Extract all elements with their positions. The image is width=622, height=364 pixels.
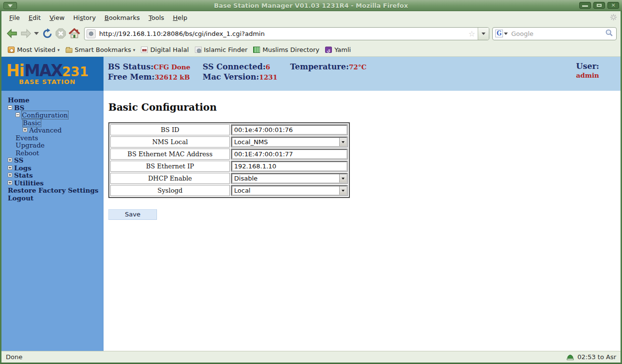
user-value: admin [576, 71, 599, 80]
menu-file[interactable]: File [5, 12, 24, 23]
bs-ethernet-ip-input[interactable] [231, 161, 347, 171]
menu-history[interactable]: History [69, 12, 100, 23]
dhcp-enable-label: DHCP Enable [110, 173, 230, 184]
bs-status-label: BS Status: [108, 62, 154, 71]
menu-view[interactable]: View [45, 12, 69, 23]
tree-collapse-icon[interactable] [16, 113, 20, 117]
window-menu-button[interactable] [3, 2, 17, 9]
free-mem-value: 32612 kB [155, 73, 190, 81]
sidebar-item-advanced[interactable]: Advanced [1, 127, 103, 134]
menu-help[interactable]: Help [169, 12, 192, 23]
sidebar-item-events[interactable]: Events [1, 134, 103, 142]
sidebar-item-reboot[interactable]: Reboot [1, 149, 103, 157]
folder-icon [66, 48, 72, 53]
search-engine-dropdown[interactable] [503, 28, 509, 40]
throbber-icon [610, 14, 617, 22]
menu-edit[interactable]: Edit [24, 12, 45, 23]
bs-id-input[interactable] [231, 125, 347, 135]
forward-button[interactable] [19, 27, 33, 40]
dropdown-arrow-button[interactable] [339, 186, 346, 195]
url-dropdown-button[interactable] [478, 28, 489, 40]
sidebar-item-basic[interactable]: Basic [1, 119, 103, 127]
home-icon [69, 28, 80, 39]
sidebar-item-ss[interactable]: SS [1, 157, 103, 165]
sidebar-item-utilities[interactable]: Utilities [1, 180, 103, 187]
dropdown-arrow-button[interactable] [339, 138, 346, 146]
main-content: Basic Configuration BS ID NMS Local Loca… [104, 91, 621, 351]
prayer-time-panel[interactable]: 02:53 to Asr [566, 353, 616, 361]
sidebar-item-home[interactable]: Home [1, 97, 103, 104]
reload-button[interactable] [40, 27, 54, 40]
sidebar-item-bs[interactable]: BS [1, 104, 103, 112]
maximize-button[interactable] [593, 2, 605, 9]
sidebar-item-configuration[interactable]: Configuration [1, 112, 103, 119]
sidebar-item-upgrade[interactable]: Upgrade [1, 142, 103, 149]
chevron-down-icon: ▾ [133, 48, 136, 52]
bookmark-smart-bookmarks[interactable]: Smart Bookmarks ▾ [64, 45, 139, 55]
sidebar-item-restore-factory-settings[interactable]: Restore Factory Settings [1, 187, 103, 195]
bookmark-yamli[interactable]: ي Yamli [323, 45, 355, 55]
most-visited-icon [8, 47, 15, 53]
sidebar-item-logs[interactable]: Logs [1, 165, 103, 172]
menu-tools[interactable]: Tools [144, 12, 169, 23]
bookmark-most-visited[interactable]: Most Visited ▾ [6, 45, 64, 55]
tree-expand-icon[interactable] [8, 181, 12, 185]
nms-local-label: NMS Local [110, 136, 230, 148]
tree-expand-icon[interactable] [8, 158, 12, 162]
chevron-down-icon [342, 190, 345, 192]
page-title: Basic Configuration [108, 101, 621, 113]
url-bar: ☆ [84, 27, 489, 40]
bs-ethernet-mac-label: BS Ethernet MAC Address [110, 149, 230, 160]
nms-local-select[interactable]: Local_NMS [231, 137, 347, 147]
maximize-icon [597, 4, 602, 7]
bs-ethernet-ip-label: BS Ethernet IP [110, 161, 230, 172]
chevron-down-icon: ▾ [57, 48, 60, 52]
bookmark-digital-halal[interactable]: Digital Halal [139, 45, 192, 55]
digital-halal-icon [141, 47, 148, 53]
tree-expand-icon[interactable] [8, 165, 12, 170]
dhcp-enable-select[interactable]: Disable [231, 173, 347, 183]
bookmarks-toolbar: Most Visited ▾ Smart Bookmarks ▾ Digital… [1, 43, 621, 57]
sidebar-item-stats[interactable]: Stats [1, 172, 103, 180]
mosque-icon [566, 354, 574, 361]
home-button[interactable] [68, 27, 81, 40]
syslogd-select[interactable]: Local [231, 185, 347, 196]
url-input[interactable] [96, 30, 466, 37]
table-row: DHCP Enable Disable [110, 173, 348, 184]
tree-expand-icon[interactable] [8, 173, 12, 177]
search-go-button[interactable] [605, 29, 613, 38]
prayer-time-text: 02:53 to Asr [577, 353, 616, 361]
chevron-down-icon [8, 4, 13, 7]
menubar: File Edit View History Bookmarks Tools H… [1, 11, 621, 24]
stop-button[interactable] [54, 27, 68, 40]
bookmark-muslims-directory[interactable]: Muslims Directory [251, 45, 323, 55]
user-panel: User: admin [576, 62, 599, 80]
save-button[interactable]: Save [108, 209, 157, 220]
reload-icon [42, 28, 53, 39]
bs-ethernet-mac-input[interactable] [231, 149, 347, 159]
dropdown-arrow-button[interactable] [339, 174, 346, 182]
sidebar-nav: Home BS Configuration Basic Advanced Eve… [1, 91, 104, 351]
ss-connected-value: 6 [266, 63, 270, 71]
sidebar-item-logout[interactable]: Logout [1, 195, 103, 202]
close-button[interactable]: × [607, 2, 619, 9]
logo-subtitle: BASE STATION [19, 78, 104, 85]
temperature-label: Temperature: [290, 62, 349, 71]
tree-collapse-icon[interactable] [8, 105, 12, 110]
magnifier-icon [605, 29, 613, 37]
history-dropdown-button[interactable] [33, 27, 40, 40]
search-input[interactable] [509, 30, 605, 37]
close-icon: × [611, 2, 615, 8]
menu-bookmarks[interactable]: Bookmarks [100, 12, 144, 23]
table-row: BS Ethernet MAC Address [110, 149, 348, 160]
table-row: BS ID [110, 124, 348, 135]
navigation-toolbar: ☆ G [1, 24, 621, 43]
back-arrow-icon [6, 28, 18, 39]
tree-expand-icon[interactable] [23, 128, 27, 132]
back-button[interactable] [5, 27, 19, 40]
table-row: Syslogd Local [110, 185, 348, 196]
window-title: Base Station Manager V01.03 1231R4 - Moz… [0, 2, 622, 9]
bookmark-star-icon[interactable]: ☆ [468, 29, 475, 38]
minimize-button[interactable] [579, 2, 591, 9]
bookmark-islamic-finder[interactable]: Islamic Finder [193, 45, 252, 55]
